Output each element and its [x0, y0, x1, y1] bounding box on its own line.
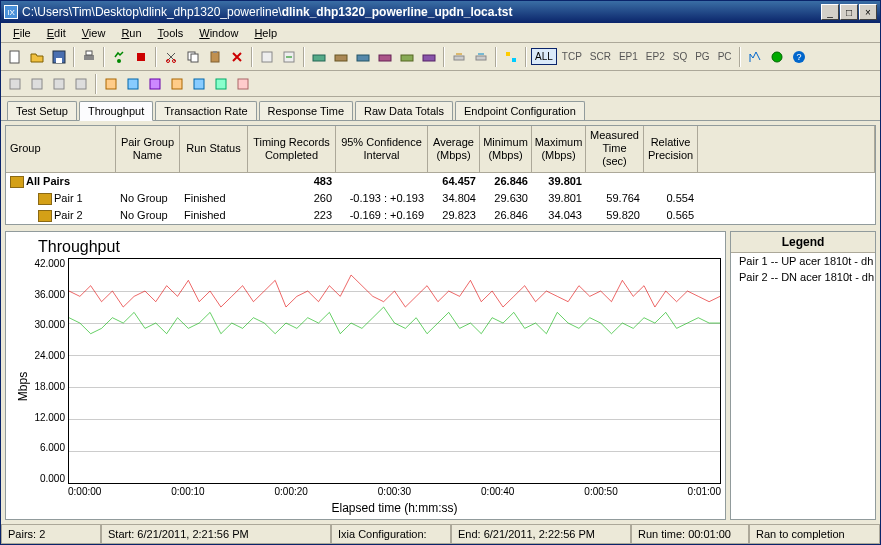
y-tick: 30.000: [32, 319, 65, 330]
tb-5a[interactable]: [257, 47, 277, 67]
table-cell: 223: [248, 207, 336, 224]
col-status[interactable]: Run Status: [180, 126, 248, 172]
print-icon[interactable]: [79, 47, 99, 67]
menu-window[interactable]: Window: [191, 25, 246, 41]
x-tick: 0:00:40: [481, 486, 514, 497]
table-cell: [116, 173, 180, 190]
tb-9b[interactable]: [767, 47, 787, 67]
table-cell: 483: [248, 173, 336, 190]
tb2-1[interactable]: [5, 74, 25, 94]
tb-8[interactable]: [501, 47, 521, 67]
maximize-button[interactable]: □: [840, 4, 858, 20]
tab-endpoint-configuration[interactable]: Endpoint Configuration: [455, 101, 585, 120]
table-cell: [586, 173, 644, 190]
menu-help[interactable]: Help: [246, 25, 285, 41]
table-row[interactable]: Pair 1No GroupFinished260-0.193 : +0.193…: [6, 190, 875, 207]
svg-rect-34: [150, 79, 160, 89]
save-icon[interactable]: [49, 47, 69, 67]
close-button[interactable]: ×: [859, 4, 877, 20]
legend-panel: Legend Pair 1 -- UP acer 1810t - dhPair …: [730, 231, 876, 520]
col-pgname[interactable]: Pair GroupName: [116, 126, 180, 172]
btn-ep1[interactable]: EP1: [616, 49, 641, 64]
svg-rect-0: [10, 51, 19, 63]
col-trc[interactable]: Timing RecordsCompleted: [248, 126, 336, 172]
table-cell: [180, 173, 248, 190]
tb-9a[interactable]: [745, 47, 765, 67]
x-tick: 0:00:10: [171, 486, 204, 497]
tb2-5[interactable]: [101, 74, 121, 94]
table-cell: 26.846: [480, 207, 532, 224]
menu-file[interactable]: File: [5, 25, 39, 41]
tb2-2[interactable]: [27, 74, 47, 94]
svg-rect-16: [335, 55, 347, 61]
tab-test-setup[interactable]: Test Setup: [7, 101, 77, 120]
tb-6d[interactable]: [375, 47, 395, 67]
tb2-7[interactable]: [145, 74, 165, 94]
col-group[interactable]: Group: [6, 126, 116, 172]
tb2-6[interactable]: [123, 74, 143, 94]
titlebar: IX C:\Users\Tim\Desktop\dlink_dhp1320_po…: [1, 1, 880, 23]
tb2-8[interactable]: [167, 74, 187, 94]
tb-6b[interactable]: [331, 47, 351, 67]
tab-raw-data-totals[interactable]: Raw Data Totals: [355, 101, 453, 120]
legend-label: Pair 1 -- UP acer 1810t - dh: [739, 255, 873, 267]
help-icon[interactable]: ?: [789, 47, 809, 67]
col-rp[interactable]: RelativePrecision: [644, 126, 698, 172]
tb2-3[interactable]: [49, 74, 69, 94]
tab-transaction-rate[interactable]: Transaction Rate: [155, 101, 256, 120]
col-min[interactable]: Minimum(Mbps): [480, 126, 532, 172]
table-cell: Finished: [180, 207, 248, 224]
col-max[interactable]: Maximum(Mbps): [532, 126, 586, 172]
status-ran: Ran to completion: [749, 525, 880, 544]
btn-all[interactable]: ALL: [531, 48, 557, 65]
plot-canvas[interactable]: [68, 258, 721, 484]
menu-edit[interactable]: Edit: [39, 25, 74, 41]
open-icon[interactable]: [27, 47, 47, 67]
legend-body: Pair 1 -- UP acer 1810t - dhPair 2 -- DN…: [731, 253, 875, 285]
btn-tcp[interactable]: TCP: [559, 49, 585, 64]
table-row[interactable]: Pair 2No GroupFinished223-0.169 : +0.169…: [6, 207, 875, 224]
tb-6f[interactable]: [419, 47, 439, 67]
tb-6e[interactable]: [397, 47, 417, 67]
tb-6c[interactable]: [353, 47, 373, 67]
btn-ep2[interactable]: EP2: [643, 49, 668, 64]
tb-7a[interactable]: [449, 47, 469, 67]
btn-sq[interactable]: SQ: [670, 49, 690, 64]
menu-run[interactable]: Run: [113, 25, 149, 41]
delete-icon[interactable]: [227, 47, 247, 67]
tb2-11[interactable]: [233, 74, 253, 94]
tb2-10[interactable]: [211, 74, 231, 94]
run-icon[interactable]: [109, 47, 129, 67]
x-tick: 0:00:50: [584, 486, 617, 497]
new-icon[interactable]: [5, 47, 25, 67]
copy-icon[interactable]: [183, 47, 203, 67]
cut-icon[interactable]: [161, 47, 181, 67]
tb-5b[interactable]: [279, 47, 299, 67]
col-ci[interactable]: 95% ConfidenceInterval: [336, 126, 428, 172]
col-mt[interactable]: MeasuredTime (sec): [586, 126, 644, 172]
col-avg[interactable]: Average(Mbps): [428, 126, 480, 172]
tb2-9[interactable]: [189, 74, 209, 94]
tb2-4[interactable]: [71, 74, 91, 94]
stop-icon[interactable]: [131, 47, 151, 67]
btn-pg[interactable]: PG: [692, 49, 712, 64]
legend-item[interactable]: Pair 2 -- DN acer 1810t - dh: [731, 269, 875, 285]
table-row[interactable]: All Pairs48364.45726.84639.801: [6, 173, 875, 190]
legend-item[interactable]: Pair 1 -- UP acer 1810t - dh: [731, 253, 875, 269]
table-cell: -0.169 : +0.169: [336, 207, 428, 224]
tab-response-time[interactable]: Response Time: [259, 101, 353, 120]
btn-scr[interactable]: SCR: [587, 49, 614, 64]
svg-rect-31: [76, 79, 86, 89]
menu-tools[interactable]: Tools: [150, 25, 192, 41]
tb-7b[interactable]: [471, 47, 491, 67]
table-cell: 34.804: [428, 190, 480, 207]
menu-view[interactable]: View: [74, 25, 114, 41]
tab-throughput[interactable]: Throughput: [79, 101, 153, 121]
btn-pc[interactable]: PC: [715, 49, 735, 64]
chart-area: Throughput Mbps 42.00036.00030.00024.000…: [5, 231, 876, 520]
minimize-button[interactable]: _: [821, 4, 839, 20]
chart-title: Throughput: [38, 238, 721, 256]
tb-6a[interactable]: [309, 47, 329, 67]
paste-icon[interactable]: [205, 47, 225, 67]
svg-rect-17: [357, 55, 369, 61]
